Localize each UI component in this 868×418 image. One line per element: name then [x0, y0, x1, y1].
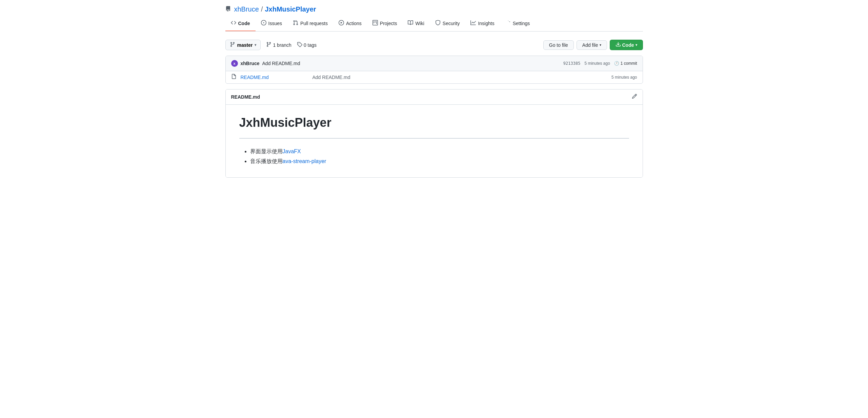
file-table-header: x xhBruce Add README.md 9213385 5 minute…	[226, 56, 643, 71]
commit-message: Add README.md	[262, 61, 300, 66]
branch-count-link[interactable]: 1 branch	[266, 42, 291, 48]
tab-pull-requests[interactable]: Pull requests	[287, 16, 333, 31]
nav-tabs: Code Issues Pull requests Actions	[225, 16, 643, 32]
list-item: 界面显示使用JavaFX	[250, 147, 629, 157]
commit-hash: 9213385	[563, 61, 581, 66]
tab-security[interactable]: Security	[430, 16, 465, 31]
branch-selector-button[interactable]: master ▾	[225, 40, 261, 50]
repo-header: xhBruce / JxhMusicPlayer	[225, 0, 643, 16]
tag-icon	[297, 42, 302, 48]
branch-name: master	[237, 42, 253, 48]
branch-count-icon	[266, 42, 271, 48]
readme-header: README.md	[226, 89, 643, 105]
avatar-letter: x	[233, 61, 235, 65]
avatar: x	[231, 60, 238, 67]
file-time: 5 minutes ago	[611, 75, 637, 80]
code-download-icon	[615, 42, 621, 48]
go-to-file-button[interactable]: Go to file	[543, 40, 574, 50]
wiki-icon	[408, 20, 413, 26]
commit-count-label: 1 commit	[621, 61, 637, 66]
add-file-label: Add file	[582, 42, 598, 48]
commit-time: 5 minutes ago	[584, 61, 610, 66]
tab-settings[interactable]: Settings	[500, 16, 536, 31]
readme-heading: JxhMusicPlayer	[239, 116, 629, 133]
tab-pull-requests-label: Pull requests	[300, 21, 328, 26]
list-item-link-1[interactable]: JavaFX	[283, 148, 301, 154]
toolbar-row: master ▾ 1 branch 0 tags Go to file	[225, 40, 643, 50]
history-icon: 🕐	[614, 61, 619, 66]
file-commit-message: Add README.md	[312, 75, 608, 80]
settings-icon	[505, 20, 511, 26]
tab-code-label: Code	[238, 21, 250, 26]
tab-actions-label: Actions	[346, 21, 362, 26]
file-icon	[231, 74, 237, 81]
table-row: README.md Add README.md 5 minutes ago	[226, 71, 643, 83]
readme-section: README.md JxhMusicPlayer 界面显示使用JavaFX 音乐…	[225, 89, 643, 178]
tab-issues-label: Issues	[268, 21, 282, 26]
code-icon	[231, 20, 236, 26]
commit-author-link[interactable]: xhBruce	[241, 61, 260, 66]
list-item-text-1: 界面显示使用	[250, 148, 283, 154]
tab-insights[interactable]: Insights	[465, 16, 500, 31]
branch-icon	[230, 42, 235, 48]
repo-separator: /	[261, 5, 263, 13]
commit-count-link[interactable]: 🕐 1 commit	[614, 61, 637, 66]
code-button[interactable]: Code ▾	[610, 40, 643, 50]
toolbar-right: Go to file Add file ▾ Code ▾	[543, 40, 643, 50]
readme-list: 界面显示使用JavaFX 音乐播放使用ava-stream-player	[239, 147, 629, 166]
projects-icon	[372, 20, 378, 26]
tag-count-link[interactable]: 0 tags	[297, 42, 317, 48]
edit-icon[interactable]	[632, 94, 637, 100]
insights-icon	[470, 20, 476, 26]
tab-security-label: Security	[443, 21, 460, 26]
commit-author-row: x xhBruce Add README.md	[231, 60, 300, 67]
toolbar-left: master ▾ 1 branch 0 tags	[225, 40, 317, 50]
branch-count-label: 1 branch	[273, 42, 291, 48]
tab-issues[interactable]: Issues	[256, 16, 287, 31]
readme-divider	[239, 138, 629, 139]
tab-wiki-label: Wiki	[415, 21, 424, 26]
tab-settings-label: Settings	[513, 21, 530, 26]
go-to-file-label: Go to file	[549, 42, 568, 48]
issues-icon	[261, 20, 266, 26]
actions-icon	[339, 20, 344, 26]
tab-wiki[interactable]: Wiki	[402, 16, 429, 31]
branch-chevron-icon: ▾	[255, 43, 256, 47]
readme-body: JxhMusicPlayer 界面显示使用JavaFX 音乐播放使用ava-st…	[226, 105, 643, 177]
security-icon	[435, 20, 441, 26]
tab-projects[interactable]: Projects	[367, 16, 403, 31]
readme-title: README.md	[231, 94, 260, 100]
file-table: x xhBruce Add README.md 9213385 5 minute…	[225, 56, 643, 84]
tab-actions[interactable]: Actions	[333, 16, 367, 31]
code-button-label: Code	[622, 42, 634, 48]
repo-name-link[interactable]: JxhMusicPlayer	[265, 5, 316, 13]
list-item: 音乐播放使用ava-stream-player	[250, 157, 629, 166]
tab-projects-label: Projects	[380, 21, 397, 26]
add-file-chevron-icon: ▾	[600, 43, 601, 47]
add-file-button[interactable]: Add file ▾	[577, 40, 607, 50]
code-button-chevron-icon: ▾	[635, 43, 637, 47]
list-item-text-2: 音乐播放使用	[250, 158, 283, 164]
tag-count-label: 0 tags	[304, 42, 317, 48]
repo-owner-link[interactable]: xhBruce	[234, 5, 259, 13]
commit-meta-right: 9213385 5 minutes ago 🕐 1 commit	[563, 61, 637, 66]
repo-icon	[225, 5, 231, 13]
tab-code[interactable]: Code	[225, 16, 256, 31]
file-name-link[interactable]: README.md	[241, 75, 308, 80]
pull-request-icon	[293, 20, 298, 26]
tab-insights-label: Insights	[478, 21, 494, 26]
list-item-link-2[interactable]: ava-stream-player	[283, 158, 326, 164]
